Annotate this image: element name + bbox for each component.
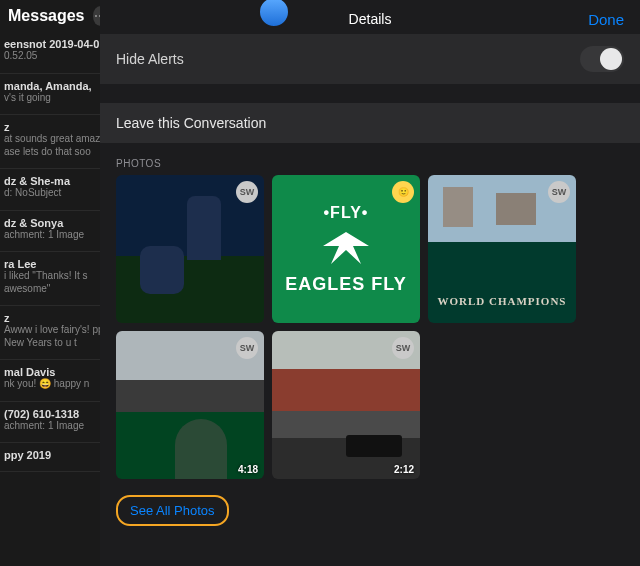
conversation-preview: d: NoSubject xyxy=(4,187,112,200)
conversation-name: eensnot 2019-04-0 xyxy=(4,38,112,50)
conversation-item[interactable]: dz & She-mad: NoSubject xyxy=(0,169,116,211)
messages-sidebar: Messages ⋯ eensnot 2019-04-00.52.05manda… xyxy=(0,0,116,566)
see-all-photos-button[interactable]: See All Photos xyxy=(116,495,229,526)
sender-badge: SW xyxy=(392,337,414,359)
conversation-preview: v's it going xyxy=(4,92,112,105)
panel-title: Details xyxy=(100,11,640,27)
hide-alerts-row[interactable]: Hide Alerts xyxy=(100,34,640,85)
video-thumb[interactable]: SW 2:12 xyxy=(272,331,420,479)
conversation-preview: achment: 1 Image xyxy=(4,420,112,433)
conversation-item[interactable]: ppy 2019 xyxy=(0,443,116,472)
conversation-preview: at sounds great amaz ase lets do that so… xyxy=(4,133,112,158)
conversation-item[interactable]: manda, Amanda,v's it going xyxy=(0,74,116,116)
conversation-item[interactable]: zAwww i love fairy's! ppy New Years to u… xyxy=(0,306,116,360)
conversation-name: dz & Sonya xyxy=(4,217,112,229)
conversation-name: z xyxy=(4,121,112,133)
conversation-preview: 0.52.05 xyxy=(4,50,112,63)
sender-badge: SW xyxy=(236,337,258,359)
conversation-name: ra Lee xyxy=(4,258,112,270)
photos-grid: SW •FLY• EAGLES FLY 🙂 WORLD CHAMPIONS SW… xyxy=(100,175,640,479)
conversation-item[interactable]: mal Davisnk you! 😄 happy n xyxy=(0,360,116,402)
conversation-preview: achment: 1 Image xyxy=(4,229,112,242)
sender-badge: SW xyxy=(548,181,570,203)
conversation-name: dz & She-ma xyxy=(4,175,112,187)
conversation-preview: nk you! 😄 happy n xyxy=(4,378,112,391)
conversation-item[interactable]: (702) 610-1318achment: 1 Image xyxy=(0,402,116,444)
photo-thumb[interactable]: WORLD CHAMPIONS SW xyxy=(428,175,576,323)
leave-conversation-label: Leave this Conversation xyxy=(116,115,266,131)
conversation-item[interactable]: eensnot 2019-04-00.52.05 xyxy=(0,32,116,74)
leave-conversation-row[interactable]: Leave this Conversation xyxy=(100,103,640,144)
conversation-preview: i liked "Thanks! It s awesome" xyxy=(4,270,112,295)
done-button[interactable]: Done xyxy=(588,11,624,28)
video-thumb[interactable]: SW 4:18 xyxy=(116,331,264,479)
conversation-item[interactable]: dz & Sonyaachment: 1 Image xyxy=(0,211,116,253)
conversation-item[interactable]: zat sounds great amaz ase lets do that s… xyxy=(0,115,116,169)
video-duration: 2:12 xyxy=(394,464,414,475)
conversation-preview: Awww i love fairy's! ppy New Years to u … xyxy=(4,324,112,349)
photos-section-label: PHOTOS xyxy=(100,144,640,175)
photo-thumb[interactable]: •FLY• EAGLES FLY 🙂 xyxy=(272,175,420,323)
conversation-name: mal Davis xyxy=(4,366,112,378)
hide-alerts-toggle[interactable] xyxy=(580,46,624,72)
conversation-name: z xyxy=(4,312,112,324)
photo-thumb[interactable]: SW xyxy=(116,175,264,323)
conversation-item[interactable]: ra Leei liked "Thanks! It s awesome" xyxy=(0,252,116,306)
sender-badge: 🙂 xyxy=(392,181,414,203)
hide-alerts-label: Hide Alerts xyxy=(116,51,184,67)
details-panel: Details Done Hide Alerts Leave this Conv… xyxy=(100,0,640,566)
sidebar-title: Messages xyxy=(8,7,85,25)
conversation-name: ppy 2019 xyxy=(4,449,112,461)
conversation-name: manda, Amanda, xyxy=(4,80,112,92)
video-duration: 4:18 xyxy=(238,464,258,475)
sender-badge: SW xyxy=(236,181,258,203)
conversation-name: (702) 610-1318 xyxy=(4,408,112,420)
